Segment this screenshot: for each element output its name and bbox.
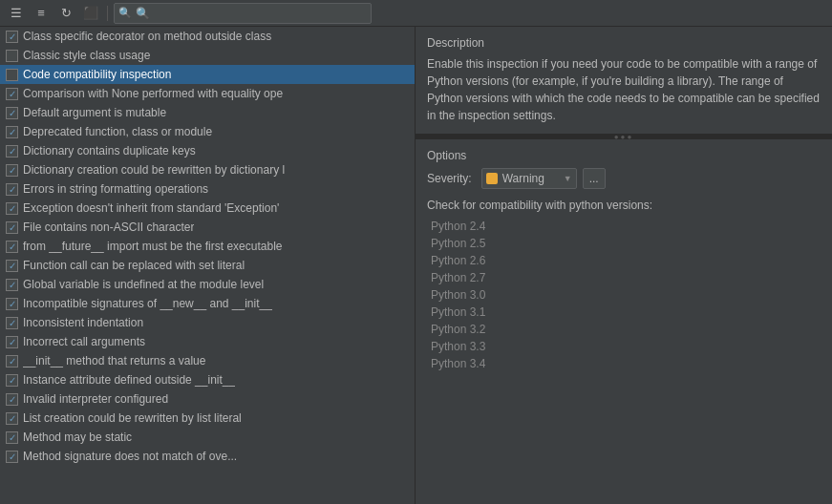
inspection-item[interactable]: Method signature does not match of ove..… bbox=[0, 447, 415, 466]
inspection-label: from __future__ import must be the first… bbox=[23, 240, 282, 253]
inspection-label: Inconsistent indentation bbox=[23, 316, 143, 329]
inspection-label: Invalid interpreter configured bbox=[23, 392, 168, 406]
inspection-label: Method may be static bbox=[23, 430, 132, 444]
more-options-button[interactable]: ... bbox=[583, 168, 606, 189]
options-section: Options Severity: Warning ▼ ... Check fo… bbox=[416, 139, 832, 504]
inspection-item[interactable]: Method may be static bbox=[0, 428, 415, 447]
inspection-checkbox[interactable] bbox=[6, 451, 18, 463]
options-title: Options bbox=[427, 149, 821, 162]
inspection-checkbox[interactable] bbox=[6, 241, 18, 253]
python-version-item[interactable]: Python 2.7 bbox=[427, 269, 821, 286]
inspection-checkbox[interactable] bbox=[6, 107, 18, 119]
inspection-checkbox[interactable] bbox=[6, 393, 18, 406]
inspection-label: Default argument is mutable bbox=[23, 106, 166, 119]
inspection-item[interactable]: __init__ method that returns a value bbox=[0, 351, 415, 370]
compat-label: Check for compatibility with python vers… bbox=[427, 199, 821, 212]
inspection-label: Function call can be replaced with set l… bbox=[23, 259, 245, 272]
inspection-checkbox[interactable] bbox=[6, 164, 18, 177]
search-input[interactable] bbox=[114, 3, 372, 24]
python-version-item[interactable]: Python 2.4 bbox=[427, 218, 821, 235]
inspection-label: Instance attribute defined outside __ini… bbox=[23, 373, 235, 387]
inspection-item[interactable]: Dictionary creation could be rewritten b… bbox=[0, 160, 415, 179]
inspection-label: Global variable is undefined at the modu… bbox=[23, 278, 264, 291]
inspection-checkbox[interactable] bbox=[6, 202, 18, 215]
inspection-item[interactable]: from __future__ import must be the first… bbox=[0, 237, 415, 256]
inspection-label: Comparison with None performed with equa… bbox=[23, 87, 283, 100]
inspection-checkbox[interactable] bbox=[6, 31, 18, 43]
dropdown-arrow-icon: ▼ bbox=[564, 174, 572, 183]
inspection-item[interactable]: Dictionary contains duplicate keys bbox=[0, 141, 415, 160]
inspection-item[interactable]: Invalid interpreter configured bbox=[0, 389, 415, 409]
inspection-checkbox[interactable] bbox=[6, 298, 18, 310]
inspection-label: File contains non-ASCII character bbox=[23, 220, 194, 234]
inspection-label: Incompatible signatures of __new__ and _… bbox=[23, 297, 272, 310]
python-version-item[interactable]: Python 3.4 bbox=[427, 355, 821, 372]
python-version-item[interactable]: Python 3.0 bbox=[427, 286, 821, 304]
python-version-item[interactable]: Python 3.3 bbox=[427, 338, 821, 355]
inspection-item[interactable]: Classic style class usage bbox=[0, 46, 415, 65]
toolbar-separator bbox=[107, 6, 108, 21]
inspection-item[interactable]: Global variable is undefined at the modu… bbox=[0, 275, 415, 294]
inspection-item[interactable]: Class specific decorator on method outsi… bbox=[0, 27, 415, 46]
toolbar-btn-undo[interactable]: ↻ bbox=[55, 3, 76, 24]
inspection-checkbox[interactable] bbox=[6, 336, 18, 348]
inspection-checkbox[interactable] bbox=[6, 183, 18, 196]
inspection-item[interactable]: File contains non-ASCII character bbox=[0, 218, 415, 237]
right-panel: Description Enable this inspection if yo… bbox=[416, 27, 832, 504]
inspection-checkbox[interactable] bbox=[6, 69, 18, 81]
inspection-item[interactable]: Incompatible signatures of __new__ and _… bbox=[0, 294, 415, 313]
toolbar-btn-1[interactable]: ☰ bbox=[6, 3, 27, 24]
main-content: Class specific decorator on method outsi… bbox=[0, 27, 832, 504]
inspection-checkbox[interactable] bbox=[6, 221, 18, 234]
toolbar: ☰ ≡ ↻ ⬛ 🔍 bbox=[0, 0, 832, 27]
python-version-item[interactable]: Python 2.5 bbox=[427, 235, 821, 252]
inspection-label: Method signature does not match of ove..… bbox=[23, 450, 237, 463]
inspection-label: List creation could be rewritten by list… bbox=[23, 411, 242, 425]
inspection-checkbox[interactable] bbox=[6, 317, 18, 329]
description-title: Description bbox=[427, 36, 821, 50]
inspection-checkbox[interactable] bbox=[6, 50, 18, 62]
inspection-item[interactable]: List creation could be rewritten by list… bbox=[0, 409, 415, 428]
inspection-label: Dictionary contains duplicate keys bbox=[23, 144, 196, 158]
python-version-list: Python 2.4Python 2.5Python 2.6Python 2.7… bbox=[427, 218, 821, 372]
inspection-label: Exception doesn't inherit from standard … bbox=[23, 201, 279, 215]
inspection-label: Class specific decorator on method outsi… bbox=[23, 30, 271, 43]
python-version-item[interactable]: Python 3.1 bbox=[427, 304, 821, 321]
inspection-checkbox[interactable] bbox=[6, 374, 18, 387]
inspection-item[interactable]: Inconsistent indentation bbox=[0, 313, 415, 332]
inspection-item[interactable]: Incorrect call arguments bbox=[0, 332, 415, 351]
severity-label: Severity: bbox=[427, 172, 472, 185]
python-version-item[interactable]: Python 2.6 bbox=[427, 252, 821, 269]
severity-value: Warning bbox=[502, 172, 560, 185]
python-version-item[interactable]: Python 3.2 bbox=[427, 321, 821, 338]
inspection-label: __init__ method that returns a value bbox=[23, 354, 205, 368]
severity-color-indicator bbox=[486, 173, 498, 184]
inspection-label: Incorrect call arguments bbox=[23, 335, 145, 348]
inspection-checkbox[interactable] bbox=[6, 126, 18, 138]
inspection-checkbox[interactable] bbox=[6, 431, 18, 444]
inspection-list: Class specific decorator on method outsi… bbox=[0, 27, 416, 504]
severity-dropdown[interactable]: Warning ▼ bbox=[481, 168, 577, 189]
search-wrap: 🔍 bbox=[114, 3, 372, 24]
inspection-item[interactable]: Instance attribute defined outside __ini… bbox=[0, 370, 415, 389]
inspection-checkbox[interactable] bbox=[6, 145, 18, 158]
inspection-label: Deprecated function, class or module bbox=[23, 125, 212, 138]
inspection-item[interactable]: Code compatibility inspection bbox=[0, 65, 415, 84]
severity-row: Severity: Warning ▼ ... bbox=[427, 168, 821, 189]
inspection-item[interactable]: Exception doesn't inherit from standard … bbox=[0, 199, 415, 218]
inspection-item[interactable]: Errors in string formatting operations bbox=[0, 179, 415, 199]
toolbar-btn-2[interactable]: ≡ bbox=[31, 3, 52, 24]
description-section: Description Enable this inspection if yo… bbox=[416, 27, 832, 135]
inspection-checkbox[interactable] bbox=[6, 279, 18, 291]
inspection-label: Classic style class usage bbox=[23, 49, 150, 62]
inspection-checkbox[interactable] bbox=[6, 412, 18, 425]
inspection-label: Errors in string formatting operations bbox=[23, 182, 208, 196]
inspection-checkbox[interactable] bbox=[6, 260, 18, 272]
inspection-item[interactable]: Comparison with None performed with equa… bbox=[0, 84, 415, 103]
inspection-checkbox[interactable] bbox=[6, 88, 18, 100]
toolbar-btn-4[interactable]: ⬛ bbox=[80, 3, 101, 24]
inspection-item[interactable]: Function call can be replaced with set l… bbox=[0, 256, 415, 275]
inspection-item[interactable]: Default argument is mutable bbox=[0, 103, 415, 122]
inspection-checkbox[interactable] bbox=[6, 355, 18, 368]
inspection-item[interactable]: Deprecated function, class or module bbox=[0, 122, 415, 141]
